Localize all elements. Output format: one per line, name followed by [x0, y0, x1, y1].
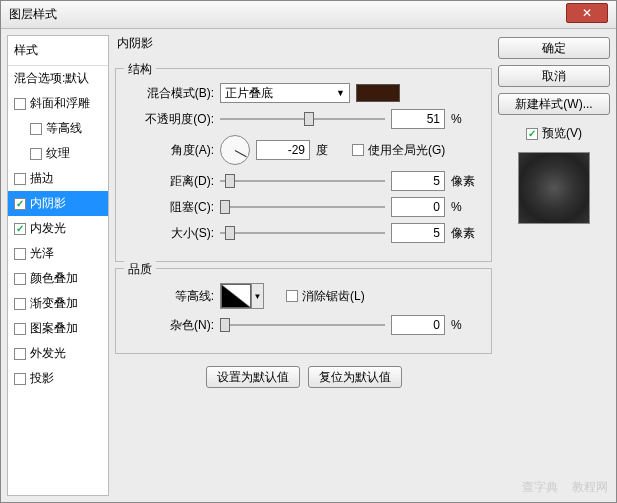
blend-mode-label: 混合模式(B):: [126, 85, 214, 102]
blend-mode-dropdown[interactable]: 正片叠底 ▼: [220, 83, 350, 103]
style-item-label: 投影: [30, 370, 54, 387]
checkbox-icon: [14, 273, 26, 285]
titlebar: 图层样式 ✕: [1, 1, 616, 29]
dialog-content: 样式 混合选项:默认 斜面和浮雕等高线纹理描边内阴影内发光光泽颜色叠加渐变叠加图…: [1, 29, 616, 502]
preview-thumbnail: [518, 152, 590, 224]
style-item[interactable]: 纹理: [8, 141, 108, 166]
reset-default-button[interactable]: 复位为默认值: [308, 366, 402, 388]
style-item-label: 渐变叠加: [30, 295, 78, 312]
size-input[interactable]: 5: [391, 223, 445, 243]
close-icon: ✕: [582, 6, 592, 20]
blend-mode-value: 正片叠底: [225, 85, 273, 102]
preview-checkbox[interactable]: 预览(V): [498, 125, 610, 142]
checkbox-icon: [14, 98, 26, 110]
style-item-label: 描边: [30, 170, 54, 187]
style-item-label: 光泽: [30, 245, 54, 262]
checkbox-icon: [30, 148, 42, 160]
checkbox-icon: [14, 323, 26, 335]
shadow-color-swatch[interactable]: [356, 84, 400, 102]
style-item[interactable]: 等高线: [8, 116, 108, 141]
cancel-button[interactable]: 取消: [498, 65, 610, 87]
checkbox-icon: [14, 173, 26, 185]
style-item[interactable]: 外发光: [8, 341, 108, 366]
checkbox-icon: [352, 144, 364, 156]
style-item[interactable]: 描边: [8, 166, 108, 191]
distance-input[interactable]: 5: [391, 171, 445, 191]
checkbox-icon: [14, 298, 26, 310]
noise-label: 杂色(N):: [126, 317, 214, 334]
size-unit: 像素: [451, 225, 481, 242]
structure-legend: 结构: [124, 61, 156, 78]
style-item-label: 内阴影: [30, 195, 66, 212]
style-item[interactable]: 投影: [8, 366, 108, 391]
window-title: 图层样式: [9, 6, 57, 23]
angle-label: 角度(A):: [126, 142, 214, 159]
style-item[interactable]: 颜色叠加: [8, 266, 108, 291]
effect-title: 内阴影: [115, 35, 492, 52]
style-item[interactable]: 渐变叠加: [8, 291, 108, 316]
noise-slider[interactable]: [220, 316, 385, 334]
dialog-buttons: 确定 取消 新建样式(W)... 预览(V): [498, 35, 610, 496]
opacity-input[interactable]: 51: [391, 109, 445, 129]
contour-label: 等高线:: [126, 288, 214, 305]
ok-button[interactable]: 确定: [498, 37, 610, 59]
opacity-unit: %: [451, 112, 481, 126]
styles-list: 样式 混合选项:默认 斜面和浮雕等高线纹理描边内阴影内发光光泽颜色叠加渐变叠加图…: [7, 35, 109, 496]
choke-unit: %: [451, 200, 481, 214]
quality-legend: 品质: [124, 261, 156, 278]
style-item[interactable]: 内阴影: [8, 191, 108, 216]
distance-label: 距离(D):: [126, 173, 214, 190]
global-light-label: 使用全局光(G): [368, 142, 445, 159]
angle-dial[interactable]: [220, 135, 250, 165]
chevron-down-icon: ▼: [251, 284, 263, 308]
checkbox-icon: [14, 348, 26, 360]
choke-label: 阻塞(C):: [126, 199, 214, 216]
style-item-label: 斜面和浮雕: [30, 95, 90, 112]
new-style-button[interactable]: 新建样式(W)...: [498, 93, 610, 115]
style-item[interactable]: 斜面和浮雕: [8, 91, 108, 116]
style-item[interactable]: 图案叠加: [8, 316, 108, 341]
layer-style-dialog: 图层样式 ✕ 样式 混合选项:默认 斜面和浮雕等高线纹理描边内阴影内发光光泽颜色…: [0, 0, 617, 503]
close-button[interactable]: ✕: [566, 3, 608, 23]
contour-picker[interactable]: ▼: [220, 283, 264, 309]
blending-options-label: 混合选项:默认: [14, 70, 89, 87]
size-label: 大小(S):: [126, 225, 214, 242]
quality-group: 品质 等高线: ▼ 消除锯齿(L) 杂色(N):: [115, 268, 492, 354]
style-item-label: 颜色叠加: [30, 270, 78, 287]
make-default-button[interactable]: 设置为默认值: [206, 366, 300, 388]
style-item-label: 内发光: [30, 220, 66, 237]
style-item-label: 外发光: [30, 345, 66, 362]
angle-unit: 度: [316, 142, 346, 159]
style-item-label: 纹理: [46, 145, 70, 162]
checkbox-icon: [286, 290, 298, 302]
checkbox-icon: [30, 123, 42, 135]
opacity-label: 不透明度(O):: [126, 111, 214, 128]
opacity-slider[interactable]: [220, 110, 385, 128]
distance-slider[interactable]: [220, 172, 385, 190]
choke-slider[interactable]: [220, 198, 385, 216]
effect-settings: 内阴影 结构 混合模式(B): 正片叠底 ▼ 不透明度(O): 51 %: [115, 35, 492, 496]
choke-input[interactable]: 0: [391, 197, 445, 217]
checkbox-icon: [14, 223, 26, 235]
size-slider[interactable]: [220, 224, 385, 242]
style-item-label: 图案叠加: [30, 320, 78, 337]
antialias-label: 消除锯齿(L): [302, 288, 365, 305]
preview-label: 预览(V): [542, 125, 582, 142]
angle-input[interactable]: -29: [256, 140, 310, 160]
noise-unit: %: [451, 318, 481, 332]
style-item[interactable]: 光泽: [8, 241, 108, 266]
style-item[interactable]: 内发光: [8, 216, 108, 241]
noise-input[interactable]: 0: [391, 315, 445, 335]
chevron-down-icon: ▼: [336, 88, 345, 98]
style-item-label: 等高线: [46, 120, 82, 137]
checkbox-icon: [526, 128, 538, 140]
styles-header: 样式: [8, 36, 108, 66]
blending-options-item[interactable]: 混合选项:默认: [8, 66, 108, 91]
checkbox-icon: [14, 373, 26, 385]
distance-unit: 像素: [451, 173, 481, 190]
global-light-checkbox[interactable]: 使用全局光(G): [352, 142, 445, 159]
antialias-checkbox[interactable]: 消除锯齿(L): [286, 288, 365, 305]
checkbox-icon: [14, 198, 26, 210]
checkbox-icon: [14, 248, 26, 260]
contour-icon: [221, 284, 251, 308]
